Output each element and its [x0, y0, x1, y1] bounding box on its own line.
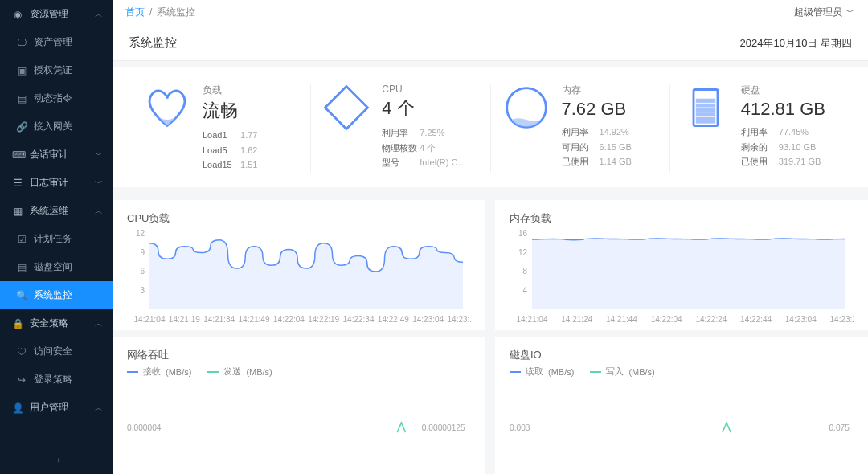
lock-icon: 🔒: [12, 318, 23, 329]
svg-text:6: 6: [140, 267, 145, 276]
svg-text:0.003: 0.003: [510, 423, 530, 432]
sidebar: ◉ 资源管理 ︿ 🖵 资产管理 ▣ 授权凭证 ▤ 动态指令 🔗 接入网关 ⌨ 会…: [0, 0, 113, 474]
sidebar-item-schedule[interactable]: ☑ 计划任务: [0, 225, 113, 253]
chart-title: 网络吞吐: [127, 348, 471, 362]
svg-rect-3: [696, 99, 715, 124]
svg-text:12: 12: [136, 229, 145, 238]
chart-row-io: 网络吞吐 接收 (MB/s) 发送 (MB/s) 0.000004 0.0000…: [113, 337, 868, 474]
sidebar-item-login[interactable]: ↪ 登录策略: [0, 366, 113, 394]
page-date: 2024年10月10日 星期四: [740, 36, 852, 51]
command-icon: ▤: [16, 93, 27, 104]
stat-card-mem: 内存 7.62 GB 利用率 14.92% 可用的 6.15 GB 已使用 1.…: [491, 84, 670, 173]
svg-text:14:21:19: 14:21:19: [169, 315, 200, 324]
sidebar-collapse-button[interactable]: 〈: [0, 447, 113, 474]
svg-text:14:21:04: 14:21:04: [134, 315, 166, 324]
menu-group-label: 安全策略: [30, 317, 68, 330]
sidebar-item-disk[interactable]: ▤ 磁盘空间: [0, 253, 113, 281]
breadcrumb-sep: /: [149, 6, 152, 18]
svg-text:14:23:19: 14:23:19: [448, 315, 471, 324]
svg-text:14:22:19: 14:22:19: [308, 315, 339, 324]
sidebar-item-label: 系统监控: [34, 288, 72, 302]
stat-value: 412.81 GB: [741, 99, 825, 120]
user-menu[interactable]: 超级管理员 ﹀: [794, 6, 855, 19]
sidebar-item-credential[interactable]: ▣ 授权凭证: [0, 56, 113, 84]
main: 首页 / 系统监控 超级管理员 ﹀ 系统监控 2024年10月10日 星期四: [113, 0, 868, 474]
svg-text:16: 16: [518, 229, 528, 238]
chart-diskio-svg: 0.003 0.075: [510, 379, 854, 474]
svg-text:14:22:24: 14:22:24: [695, 315, 727, 324]
svg-text:14:23:04: 14:23:04: [412, 315, 444, 324]
sidebar-item-label: 访问安全: [34, 345, 72, 358]
cylinder-icon: [682, 84, 730, 132]
user-role-label: 超级管理员: [794, 6, 842, 19]
sidebar-item-sysmonitor[interactable]: 🔍 系统监控: [0, 281, 113, 309]
sidebar-item-asset[interactable]: 🖵 资产管理: [0, 28, 113, 56]
chart-legend: 读取 (MB/s) 写入 (MB/s): [510, 366, 854, 378]
sidebar-item-label: 接入网关: [34, 120, 72, 133]
circle-icon: [502, 84, 551, 132]
monitor-icon: 🖵: [16, 37, 27, 48]
svg-text:0.00000125: 0.00000125: [422, 423, 465, 432]
chevron-down-icon: ﹀: [845, 6, 855, 19]
stat-value: 7.62 GB: [562, 99, 632, 120]
monitor-glass-icon: 🔍: [16, 290, 27, 301]
sidebar-item-label: 计划任务: [34, 232, 72, 246]
sidebar-menu: ◉ 资源管理 ︿ 🖵 资产管理 ▣ 授权凭证 ▤ 动态指令 🔗 接入网关 ⌨ 会…: [0, 0, 113, 447]
stat-panel: 负载 流畅 Load1 1.77 Load5 1.62 Load15 1.51: [113, 67, 868, 187]
svg-text:0.075: 0.075: [829, 423, 850, 432]
ops-icon: ▦: [12, 206, 23, 217]
svg-text:8: 8: [522, 267, 527, 276]
menu-group-user[interactable]: 👤 用户管理 ︿: [0, 394, 113, 422]
svg-text:14:21:24: 14:21:24: [561, 315, 592, 324]
chart-network-svg: 0.000004 0.00000125: [127, 379, 471, 474]
menu-group-ops[interactable]: ▦ 系统运维 ︿: [0, 197, 113, 225]
login-icon: ↪: [16, 374, 27, 386]
svg-text:0.000004: 0.000004: [127, 423, 162, 432]
diamond-icon: [322, 84, 371, 132]
chart-title: CPU负载: [127, 211, 471, 226]
svg-text:14:22:44: 14:22:44: [740, 315, 772, 324]
chart-legend: 接收 (MB/s) 发送 (MB/s): [127, 366, 471, 378]
stat-value: 流畅: [203, 99, 257, 123]
menu-group-label: 资源管理: [30, 7, 68, 21]
menu-group-log[interactable]: ☰ 日志审计 ﹀: [0, 169, 113, 197]
page-title: 系统监控: [129, 35, 177, 51]
svg-text:14:21:34: 14:21:34: [203, 315, 235, 324]
chevron-up-icon: ︿: [95, 9, 103, 20]
menu-group-resource[interactable]: ◉ 资源管理 ︿: [0, 0, 113, 28]
menu-group-session[interactable]: ⌨ 会话审计 ﹀: [0, 141, 113, 169]
chart-cpu-load: CPU负载 3691214:21:0414:21:1914:21:3414:21…: [113, 200, 485, 330]
chevron-up-icon: ︿: [95, 318, 103, 329]
svg-text:12: 12: [518, 248, 528, 257]
stat-label: CPU: [382, 84, 466, 95]
svg-text:9: 9: [140, 248, 145, 257]
disk-icon: ▤: [16, 262, 27, 273]
sidebar-item-access[interactable]: 🛡 访问安全: [0, 337, 113, 366]
chevron-down-icon: ﹀: [95, 149, 103, 161]
credential-icon: ▣: [16, 65, 27, 76]
stat-label: 内存: [562, 84, 632, 97]
stat-card-cpu: CPU 4 个 利用率 7.25% 物理核数 4 个 型号 Intel(R) C…: [311, 84, 490, 173]
svg-text:14:21:04: 14:21:04: [517, 315, 548, 324]
menu-group-label: 会话审计: [30, 148, 68, 161]
sidebar-item-label: 资产管理: [34, 35, 72, 49]
sidebar-item-label: 磁盘空间: [34, 260, 72, 274]
menu-group-security[interactable]: 🔒 安全策略 ︿: [0, 309, 113, 337]
svg-text:4: 4: [522, 286, 527, 295]
chart-mem-load: 内存负载 48121614:21:0414:21:2414:21:4414:22…: [495, 200, 868, 330]
sidebar-item-gateway[interactable]: 🔗 接入网关: [0, 112, 113, 141]
shield-icon: 🛡: [16, 346, 27, 358]
gateway-icon: 🔗: [16, 121, 27, 133]
stat-label: 硬盘: [741, 84, 825, 97]
svg-text:14:23:04: 14:23:04: [785, 315, 817, 324]
svg-text:14:22:34: 14:22:34: [343, 315, 375, 324]
content: 系统监控 2024年10月10日 星期四 负载 流畅: [113, 24, 868, 474]
chart-diskio: 磁盘IO 读取 (MB/s) 写入 (MB/s) 0.003 0.075: [495, 337, 868, 474]
chevron-up-icon: ︿: [95, 206, 103, 217]
sidebar-item-command[interactable]: ▤ 动态指令: [0, 84, 113, 112]
heart-icon: [143, 84, 191, 132]
stat-card-load: 负载 流畅 Load1 1.77 Load5 1.62 Load15 1.51: [132, 84, 311, 173]
svg-text:14:21:49: 14:21:49: [239, 315, 270, 324]
breadcrumb-home[interactable]: 首页: [125, 6, 145, 19]
chart-title: 内存负载: [510, 211, 854, 226]
